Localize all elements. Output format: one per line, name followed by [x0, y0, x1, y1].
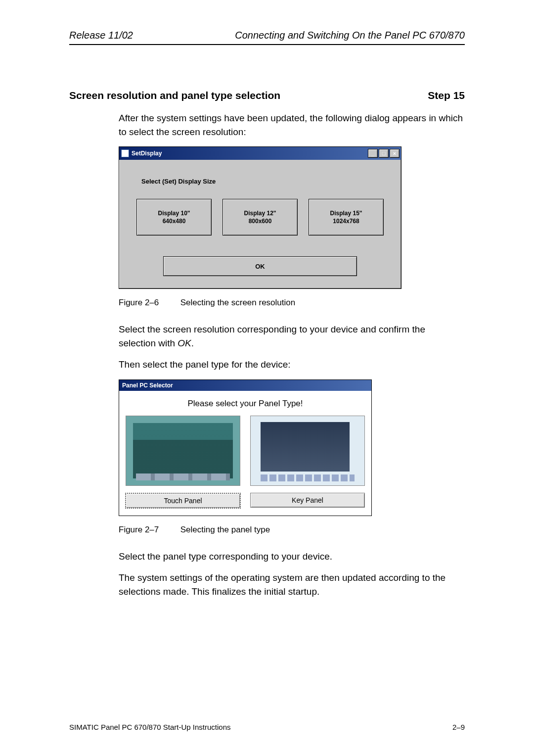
paragraph-4: Select the panel type corresponding to y…	[119, 550, 465, 564]
figure-setdisplay: SetDisplay _ □ × Select (Set) Display Si…	[119, 146, 465, 289]
display-10-line2: 640x480	[163, 217, 186, 225]
display-15-line2: 1024x768	[333, 217, 359, 225]
paragraph-2: Select the screen resolution correspondi…	[119, 323, 465, 350]
display-12-line1: Display 12"	[244, 209, 276, 217]
panel-selector-window: Panel PC Selector Please select your Pan…	[119, 379, 372, 516]
figure-2-6-number: Figure 2–6	[119, 298, 178, 308]
window-title: SetDisplay	[132, 150, 162, 157]
step-label: Step 15	[428, 90, 465, 101]
dialog-label: Select (Set) Display Size	[141, 178, 384, 185]
titlebar: SetDisplay _ □ ×	[119, 147, 401, 160]
figure-2-7-caption: Selecting the panel type	[180, 525, 270, 534]
display-12-line2: 800x600	[249, 217, 272, 225]
maximize-icon[interactable]: □	[379, 149, 389, 158]
close-icon[interactable]: ×	[390, 149, 400, 158]
figure-2-7-number: Figure 2–7	[119, 525, 178, 535]
header-release: Release 11/02	[69, 30, 133, 41]
footer-page-number: 2–9	[452, 723, 465, 731]
section-title: Screen resolution and panel type selecti…	[69, 90, 280, 101]
touch-panel-button[interactable]: Touch Panel	[125, 493, 241, 509]
display-10-line1: Display 10"	[158, 209, 190, 217]
selector-message: Please select your Panel Type!	[124, 399, 366, 409]
figure-2-6-caption: Selecting the screen resolution	[180, 298, 295, 307]
selector-titlebar: Panel PC Selector	[119, 380, 371, 391]
paragraph-5: The system settings of the operating sys…	[119, 571, 465, 598]
minimize-icon[interactable]: _	[368, 149, 378, 158]
header-chapter: Connecting and Switching On the Panel PC…	[235, 30, 465, 41]
display-12-button[interactable]: Display 12" 800x600	[222, 199, 298, 236]
setdisplay-window: SetDisplay _ □ × Select (Set) Display Si…	[119, 146, 401, 289]
touch-panel-thumbnail	[126, 416, 240, 486]
display-15-line1: Display 15"	[330, 209, 362, 217]
footer-doc-title: SIMATIC Panel PC 670/870 Start-Up Instru…	[69, 723, 231, 731]
display-15-button[interactable]: Display 15" 1024x768	[309, 199, 384, 236]
paragraph-3: Then select the panel type for the devic…	[119, 358, 465, 372]
ok-button[interactable]: OK	[163, 256, 357, 276]
key-panel-thumbnail	[250, 416, 365, 486]
key-panel-button[interactable]: Key Panel	[250, 493, 365, 508]
app-icon	[121, 149, 129, 157]
figure-panel-selector: Panel PC Selector Please select your Pan…	[119, 379, 465, 516]
paragraph-1: After the system settings have been upda…	[119, 111, 465, 139]
display-10-button[interactable]: Display 10" 640x480	[136, 199, 212, 236]
